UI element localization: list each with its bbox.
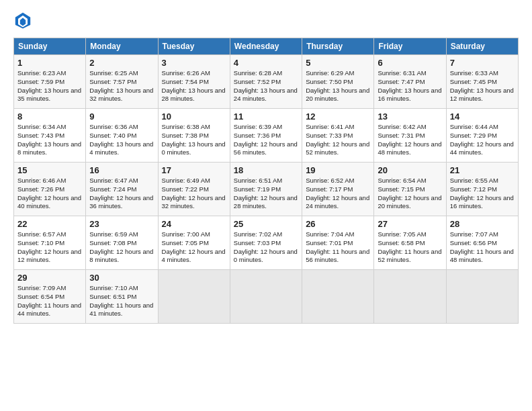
page: SundayMondayTuesdayWednesdayThursdayFrid… [0, 0, 532, 330]
day-info: Sunrise: 6:55 AMSunset: 7:12 PMDaylight:… [450, 177, 515, 211]
day-number: 2 [89, 58, 154, 68]
day-cell: 20Sunrise: 6:54 AMSunset: 7:15 PMDayligh… [374, 163, 446, 216]
day-number: 15 [17, 165, 82, 175]
header [13, 11, 519, 30]
day-info: Sunrise: 6:51 AMSunset: 7:19 PMDaylight:… [234, 177, 298, 211]
day-info: Sunrise: 6:33 AMSunset: 7:45 PMDaylight:… [450, 69, 515, 103]
day-cell: 15Sunrise: 6:46 AMSunset: 7:26 PMDayligh… [14, 163, 86, 216]
day-info: Sunrise: 6:41 AMSunset: 7:33 PMDaylight:… [306, 123, 370, 157]
day-cell: 8Sunrise: 6:34 AMSunset: 7:43 PMDaylight… [14, 109, 86, 163]
day-number: 14 [450, 111, 515, 122]
header-row: SundayMondayTuesdayWednesdayThursdayFrid… [14, 38, 519, 55]
day-number: 18 [234, 165, 298, 175]
day-info: Sunrise: 7:00 AMSunset: 7:05 PMDaylight:… [162, 230, 226, 265]
day-info: Sunrise: 7:02 AMSunset: 7:03 PMDaylight:… [234, 230, 298, 265]
day-number: 17 [162, 165, 226, 175]
day-number: 25 [234, 219, 298, 229]
day-info: Sunrise: 6:29 AMSunset: 7:50 PMDaylight:… [306, 69, 370, 103]
day-cell: 2Sunrise: 6:25 AMSunset: 7:57 PMDaylight… [86, 55, 158, 109]
day-cell [158, 270, 230, 324]
week-row-5: 29Sunrise: 7:09 AMSunset: 6:54 PMDayligh… [14, 270, 519, 324]
day-cell: 27Sunrise: 7:05 AMSunset: 6:58 PMDayligh… [374, 216, 446, 270]
day-cell: 16Sunrise: 6:47 AMSunset: 7:24 PMDayligh… [86, 163, 158, 216]
day-info: Sunrise: 6:57 AMSunset: 7:10 PMDaylight:… [17, 230, 82, 265]
day-info: Sunrise: 6:59 AMSunset: 7:08 PMDaylight:… [89, 230, 154, 265]
day-number: 20 [378, 165, 442, 175]
week-row-2: 8Sunrise: 6:34 AMSunset: 7:43 PMDaylight… [14, 109, 519, 163]
week-row-3: 15Sunrise: 6:46 AMSunset: 7:26 PMDayligh… [14, 163, 519, 216]
day-cell: 24Sunrise: 7:00 AMSunset: 7:05 PMDayligh… [158, 216, 230, 270]
day-info: Sunrise: 7:10 AMSunset: 6:51 PMDaylight:… [89, 284, 154, 318]
day-number: 10 [162, 111, 226, 122]
day-info: Sunrise: 6:42 AMSunset: 7:31 PMDaylight:… [378, 123, 442, 157]
day-cell: 13Sunrise: 6:42 AMSunset: 7:31 PMDayligh… [374, 109, 446, 163]
day-cell: 29Sunrise: 7:09 AMSunset: 6:54 PMDayligh… [14, 270, 86, 324]
day-cell: 28Sunrise: 7:07 AMSunset: 6:56 PMDayligh… [446, 216, 518, 270]
day-cell: 17Sunrise: 6:49 AMSunset: 7:22 PMDayligh… [158, 163, 230, 216]
day-number: 27 [378, 219, 442, 229]
day-info: Sunrise: 6:44 AMSunset: 7:29 PMDaylight:… [450, 123, 515, 157]
day-number: 1 [17, 58, 82, 68]
day-info: Sunrise: 6:54 AMSunset: 7:15 PMDaylight:… [378, 177, 442, 211]
day-info: Sunrise: 6:23 AMSunset: 7:59 PMDaylight:… [17, 69, 82, 103]
day-cell: 9Sunrise: 6:36 AMSunset: 7:40 PMDaylight… [86, 109, 158, 163]
day-number: 5 [306, 58, 370, 68]
day-info: Sunrise: 6:46 AMSunset: 7:26 PMDaylight:… [17, 177, 82, 211]
day-cell [302, 270, 374, 324]
day-info: Sunrise: 6:34 AMSunset: 7:43 PMDaylight:… [17, 123, 82, 157]
day-number: 16 [89, 165, 154, 175]
day-cell: 18Sunrise: 6:51 AMSunset: 7:19 PMDayligh… [230, 163, 302, 216]
day-number: 11 [234, 111, 298, 122]
day-number: 28 [450, 219, 515, 229]
day-cell: 5Sunrise: 6:29 AMSunset: 7:50 PMDaylight… [302, 55, 374, 109]
col-header-tuesday: Tuesday [158, 38, 230, 55]
day-number: 19 [306, 165, 370, 175]
day-cell: 22Sunrise: 6:57 AMSunset: 7:10 PMDayligh… [14, 216, 86, 270]
day-cell [374, 270, 446, 324]
day-number: 3 [162, 58, 226, 68]
day-number: 12 [306, 111, 370, 122]
col-header-wednesday: Wednesday [230, 38, 302, 55]
day-info: Sunrise: 6:49 AMSunset: 7:22 PMDaylight:… [162, 177, 226, 211]
day-info: Sunrise: 6:38 AMSunset: 7:38 PMDaylight:… [162, 123, 226, 157]
day-cell: 23Sunrise: 6:59 AMSunset: 7:08 PMDayligh… [86, 216, 158, 270]
day-info: Sunrise: 7:07 AMSunset: 6:56 PMDaylight:… [450, 230, 515, 265]
day-info: Sunrise: 6:31 AMSunset: 7:47 PMDaylight:… [378, 69, 442, 103]
week-row-1: 1Sunrise: 6:23 AMSunset: 7:59 PMDaylight… [14, 55, 519, 109]
day-info: Sunrise: 7:09 AMSunset: 6:54 PMDaylight:… [17, 284, 82, 318]
day-number: 9 [89, 111, 154, 122]
day-cell: 25Sunrise: 7:02 AMSunset: 7:03 PMDayligh… [230, 216, 302, 270]
day-cell: 19Sunrise: 6:52 AMSunset: 7:17 PMDayligh… [302, 163, 374, 216]
day-number: 29 [17, 273, 82, 283]
day-cell: 4Sunrise: 6:28 AMSunset: 7:52 PMDaylight… [230, 55, 302, 109]
day-cell: 7Sunrise: 6:33 AMSunset: 7:45 PMDaylight… [446, 55, 518, 109]
day-cell: 14Sunrise: 6:44 AMSunset: 7:29 PMDayligh… [446, 109, 518, 163]
col-header-friday: Friday [374, 38, 446, 55]
day-info: Sunrise: 7:05 AMSunset: 6:58 PMDaylight:… [378, 230, 442, 265]
day-cell: 30Sunrise: 7:10 AMSunset: 6:51 PMDayligh… [86, 270, 158, 324]
col-header-monday: Monday [86, 38, 158, 55]
week-row-4: 22Sunrise: 6:57 AMSunset: 7:10 PMDayligh… [14, 216, 519, 270]
day-cell: 21Sunrise: 6:55 AMSunset: 7:12 PMDayligh… [446, 163, 518, 216]
day-number: 30 [89, 273, 154, 283]
day-number: 24 [162, 219, 226, 229]
logo-icon [13, 11, 32, 30]
day-info: Sunrise: 6:39 AMSunset: 7:36 PMDaylight:… [234, 123, 298, 157]
day-info: Sunrise: 7:04 AMSunset: 7:01 PMDaylight:… [306, 230, 370, 265]
col-header-saturday: Saturday [446, 38, 518, 55]
day-cell: 26Sunrise: 7:04 AMSunset: 7:01 PMDayligh… [302, 216, 374, 270]
day-info: Sunrise: 6:36 AMSunset: 7:40 PMDaylight:… [89, 123, 154, 157]
day-cell: 3Sunrise: 6:26 AMSunset: 7:54 PMDaylight… [158, 55, 230, 109]
day-number: 6 [378, 58, 442, 68]
day-number: 7 [450, 58, 515, 68]
col-header-thursday: Thursday [302, 38, 374, 55]
calendar-table: SundayMondayTuesdayWednesdayThursdayFrid… [13, 38, 519, 324]
day-cell: 12Sunrise: 6:41 AMSunset: 7:33 PMDayligh… [302, 109, 374, 163]
day-cell [446, 270, 518, 324]
day-cell: 10Sunrise: 6:38 AMSunset: 7:38 PMDayligh… [158, 109, 230, 163]
col-header-sunday: Sunday [14, 38, 86, 55]
day-number: 13 [378, 111, 442, 122]
day-info: Sunrise: 6:47 AMSunset: 7:24 PMDaylight:… [89, 177, 154, 211]
day-number: 23 [89, 219, 154, 229]
day-cell: 1Sunrise: 6:23 AMSunset: 7:59 PMDaylight… [14, 55, 86, 109]
